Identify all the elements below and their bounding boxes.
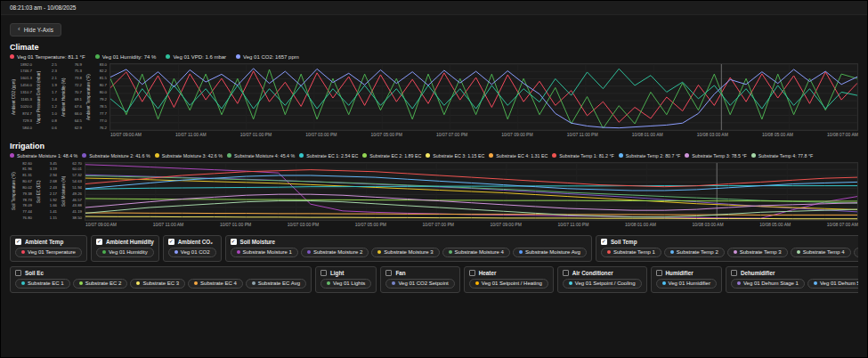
y-axis-ticks: 2.52.32.11.91.71.41.21.00.80.6 [42, 63, 59, 131]
legend-color-dot [95, 54, 100, 59]
chip-color-dot [237, 250, 240, 254]
filter-group-label: Ambient Temp [25, 239, 63, 245]
chip-substrate-temp-avg[interactable]: Substrate Temp Avg [854, 248, 858, 257]
legend-item-substrate-ec-3[interactable]: Substrate EC 3: 1.15 EC [426, 153, 484, 159]
climate-legend: Veg 01 Temperature: 81.1 °FVeg 01 Humidi… [10, 54, 858, 60]
chip-veg-01-temperature[interactable]: Veg 01 Temperature [15, 248, 82, 257]
legend-color-dot [751, 153, 756, 158]
legend-item-substrate-ec-2[interactable]: Substrate EC 2: 1.89 EC [362, 153, 421, 159]
legend-label: Veg 01 Humidity: 74 % [102, 54, 157, 60]
legend-item-substrate-moisture-1[interactable]: Substrate Moisture 1: 48.4 % [10, 153, 77, 159]
filter-group-label: Soil Ec [25, 270, 44, 276]
fan-checkbox[interactable] [385, 270, 392, 276]
series-line-substrate-temp-3 [85, 194, 857, 210]
chip-veg-01-humidity[interactable]: Veg 01 Humidity [96, 248, 154, 257]
legend-item-veg-01-temperature[interactable]: Veg 01 Temperature: 81.1 °F [10, 54, 85, 60]
y-axis-tick: 82.2 [92, 69, 107, 73]
y-axis-tick: 2.5 [42, 63, 57, 67]
legend-item-substrate-temp-4[interactable]: Substrate Temp 4: 77.8 °F [751, 153, 814, 159]
chip-substrate-ec-3[interactable]: Substrate EC 3 [130, 279, 185, 289]
soil-ec-checkbox[interactable] [15, 270, 21, 276]
legend-label: Veg 01 VPD: 1.6 mbar [173, 54, 226, 60]
climate-section: Climate Veg 01 Temperature: 81.1 °FVeg 0… [1, 38, 867, 137]
light-checkbox[interactable] [320, 270, 327, 276]
chip-list: Veg 01 Setpoint / Cooling [563, 279, 642, 289]
chip-substrate-ec-4[interactable]: Substrate EC 4 [188, 279, 243, 289]
chip-veg-01-co2-setpoint[interactable]: Veg 01 CO2 Setpoint [385, 279, 454, 289]
x-axis-tick: 10/07 09:00 PM [491, 222, 522, 227]
chip-veg-01-co2[interactable]: Veg 01 CO2 [168, 248, 216, 257]
chip-veg-01-setpoint-heating[interactable]: Veg 01 Setpoint / Heating [469, 279, 548, 289]
irrigation-chart[interactable] [85, 162, 858, 221]
chip-color-dot [569, 281, 572, 285]
filter-group-ambient-co: ✓Ambient CO₂Veg 01 CO2 [163, 235, 222, 262]
legend-item-substrate-temp-2[interactable]: Substrate Temp 2: 80.7 °F [619, 153, 681, 159]
chip-veg-01-dehum-stage-1[interactable]: Veg 01 Dehum Stage 1 [731, 279, 805, 289]
soil-temp-checkbox[interactable]: ✓ [601, 239, 607, 245]
irrigation-legend: Substrate Moisture 1: 48.4 %Substrate Mo… [10, 153, 858, 159]
y-axis-tick: 80.7 [92, 84, 107, 87]
legend-label: Substrate Moisture 4: 45.4 % [234, 153, 295, 159]
filter-group-label: Soil Temp [611, 239, 637, 245]
heater-checkbox[interactable] [469, 270, 475, 276]
time-range-label: 08:21:03 am - 10/08/2025 [10, 4, 76, 11]
ambient-co-checkbox[interactable]: ✓ [168, 239, 174, 245]
chip-label: Substrate Moisture 3 [384, 249, 433, 255]
ambient-humidity-checkbox[interactable]: ✓ [96, 239, 102, 245]
air-conditioner-checkbox[interactable] [563, 270, 569, 276]
legend-item-substrate-moisture-3[interactable]: Substrate Moisture 3: 42.6 % [155, 153, 223, 159]
chip-label: Veg 01 CO2 [181, 249, 210, 255]
hide-y-axis-button[interactable]: ‹ Hide Y-Axis [10, 23, 61, 37]
chip-veg-01-lights[interactable]: Veg 01 Lights [320, 279, 371, 289]
x-axis-tick: 10/07 11:00 AM [153, 222, 184, 227]
chip-substrate-ec-avg[interactable]: Substrate EC Avg [246, 279, 306, 289]
legend-item-substrate-temp-1[interactable]: Substrate Temp 1: 81.2 °F [552, 153, 614, 159]
chip-substrate-moisture-2[interactable]: Substrate Moisture 2 [301, 248, 369, 257]
ambient-temp-checkbox[interactable]: ✓ [15, 239, 21, 245]
legend-item-veg-01-humidity[interactable]: Veg 01 Humidity: 74 % [95, 54, 157, 60]
chip-label: Veg 01 CO2 Setpoint [398, 281, 448, 286]
legend-label: Substrate EC 1: 2.54 EC [306, 153, 358, 159]
chip-substrate-temp-3[interactable]: Substrate Temp 3 [727, 248, 788, 257]
legend-item-veg-01-co2[interactable]: Veg 01 CO2: 1657 ppm [236, 54, 299, 60]
chip-substrate-ec-1[interactable]: Substrate EC 1 [15, 279, 70, 289]
chip-veg-01-setpoint-cooling[interactable]: Veg 01 Setpoint / Cooling [563, 279, 642, 289]
y-axis-ambient-humidity: Ambient Humidity (%)76.975.373.872.270.7… [60, 63, 84, 131]
chip-substrate-temp-1[interactable]: Substrate Temp 1 [601, 248, 661, 257]
y-axis-tick: 1310.7 [17, 91, 32, 94]
chip-substrate-moisture-3[interactable]: Substrate Moisture 3 [371, 248, 439, 257]
dehumidifier-checkbox[interactable] [731, 270, 737, 276]
legend-item-veg-01-vpd[interactable]: Veg 01 VPD: 1.6 mbar [166, 54, 226, 60]
y-axis-tick: 83.0 [92, 63, 107, 67]
legend-color-dot [619, 153, 623, 158]
chip-color-dot [814, 281, 817, 285]
y-axis-title: Soil Moisture (%) [60, 162, 67, 221]
soil-moisture-checkbox[interactable]: ✓ [231, 239, 237, 245]
legend-item-substrate-moisture-2[interactable]: Substrate Moisture 2: 41.6 % [82, 153, 150, 159]
chip-substrate-ec-2[interactable]: Substrate EC 2 [73, 279, 128, 289]
legend-color-dot [299, 153, 304, 158]
humidifier-checkbox[interactable] [656, 270, 662, 276]
chip-label: Veg 01 Dehum Stage 1 [743, 281, 799, 286]
legend-item-substrate-moisture-4[interactable]: Substrate Moisture 4: 45.4 % [227, 153, 295, 159]
filter-row: Soil EcSubstrate EC 1Substrate EC 2Subst… [10, 266, 858, 293]
legend-item-substrate-temp-3[interactable]: Substrate Temp 3: 78.5 °F [685, 153, 747, 159]
chip-substrate-moisture-avg[interactable]: Substrate Moisture Avg [513, 248, 587, 257]
chip-veg-01-dehum-stage-2[interactable]: Veg 01 Dehum Stage 2 [807, 279, 858, 289]
chip-substrate-temp-2[interactable]: Substrate Temp 2 [664, 248, 725, 257]
topbar: 08:21:03 am - 10/08/2025 [1, 1, 867, 15]
y-axis-ambient-co2-ppm: Ambient CO2 (ppm)1892.01746.71601.31456.… [10, 63, 34, 131]
chip-list: Veg 01 CO2 Setpoint [385, 279, 454, 289]
chip-substrate-temp-4[interactable]: Substrate Temp 4 [791, 248, 851, 257]
y-axis-tick: 1.15 [42, 216, 57, 220]
chip-color-dot [449, 250, 452, 254]
climate-chart[interactable] [110, 63, 858, 131]
y-axis-tick: 874.7 [17, 112, 32, 116]
y-axis-tick: 81.5 [92, 77, 107, 80]
chip-substrate-moisture-1[interactable]: Substrate Moisture 1 [231, 248, 298, 257]
legend-item-substrate-ec-1[interactable]: Substrate EC 1: 2.54 EC [299, 153, 358, 159]
legend-item-substrate-ec-4[interactable]: Substrate EC 4: 1.31 EC [489, 153, 548, 159]
chip-substrate-moisture-4[interactable]: Substrate Moisture 4 [442, 248, 510, 257]
filter-group-humidifier: HumidifierVeg 01 Humidifier [651, 266, 722, 293]
chip-veg-01-humidifier[interactable]: Veg 01 Humidifier [656, 279, 717, 289]
